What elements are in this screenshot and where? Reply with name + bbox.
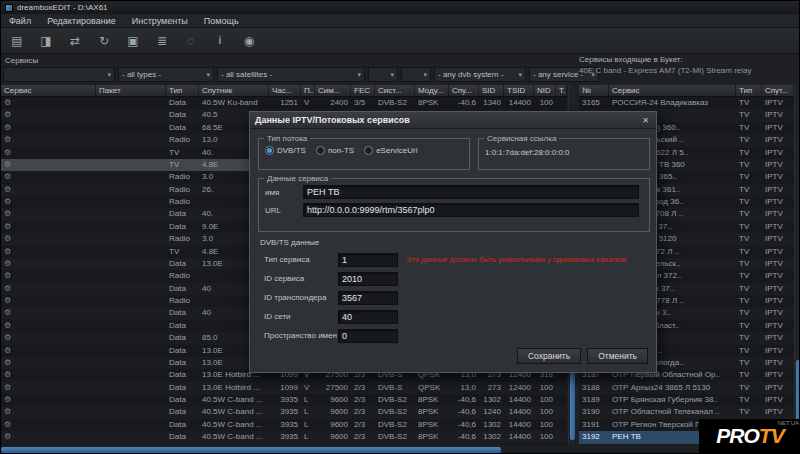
filter-satellites[interactable]: - all satellites -▾ [217, 67, 365, 82]
cell-extra [556, 431, 567, 443]
menu-2[interactable]: Редактирование [39, 15, 124, 27]
namespace-field[interactable] [338, 329, 398, 343]
bouquet-row[interactable]: 3165РОССИЯ-24 ВладикавказTVIPTV [579, 97, 794, 109]
cell-sr: 9600 [315, 431, 351, 443]
cell-pol: L [301, 406, 315, 418]
cell-nid: 100 [534, 406, 556, 418]
cell-fec: 2/3 [351, 394, 375, 406]
column-header[interactable]: FEC [351, 85, 375, 96]
service-row[interactable]: ⚙Data13.0E Hotbird ...1099V275002/3DVB-S… [1, 382, 567, 394]
column-header[interactable]: Пакет [96, 85, 166, 96]
column-header[interactable]: Спут... [762, 85, 794, 96]
cell-sys: IPTV [762, 307, 794, 319]
cell-nid: 100 [534, 431, 556, 443]
service-name-field[interactable] [303, 185, 639, 199]
column-header[interactable]: Т... [556, 85, 567, 96]
column-header[interactable]: SID [479, 85, 504, 96]
cell-type: Data [166, 122, 199, 134]
save-button[interactable]: Сохранить [517, 348, 581, 364]
cell-pkg [96, 134, 166, 146]
power-button[interactable]: ◉ [239, 32, 259, 50]
radio-icon [265, 146, 274, 155]
cell-type: TV [736, 320, 762, 332]
cell-tsid: 14400 [504, 97, 534, 109]
cell-type: Data [166, 109, 199, 121]
copy-button[interactable]: ▣ [123, 32, 143, 50]
cancel-button[interactable]: Отменить [587, 348, 648, 364]
service-type-field[interactable] [338, 253, 398, 267]
service-row[interactable]: ⚙Data40.5W C-band ...3935L96002/3DVB-S28… [1, 406, 567, 418]
column-header[interactable]: № [579, 85, 609, 96]
cell-sys: IPTV [762, 406, 794, 418]
stream-type-group: Тип потока DVB/TSnon-TSeServiceUri [258, 134, 470, 170]
network-id-field[interactable] [338, 310, 398, 324]
filter-types[interactable]: - all types -▾ [118, 67, 214, 82]
open-button[interactable]: ▤ [7, 32, 27, 50]
filter-dvb-system[interactable]: - any dvb system -▾ [434, 67, 526, 82]
cell-tsid: 14400 [504, 406, 534, 418]
settings-button[interactable]: ◌ [181, 32, 201, 50]
cell-freq: 3935 [269, 394, 301, 406]
stream-type-radio-eserviceuri[interactable]: eServiceUri [364, 146, 417, 155]
cell-type: TV [736, 258, 762, 270]
column-header[interactable]: Моду... [415, 85, 449, 96]
service-row[interactable]: ⚙Data40.5W C-band ...3935L96002/3DVB-S28… [1, 419, 567, 431]
cell-type: TV [736, 147, 762, 159]
column-header[interactable]: Сервис [609, 85, 736, 96]
filter-blank[interactable]: ▾ [3, 67, 115, 82]
service-row[interactable]: ⚙Data40.5W C-band ...3935L96002/3DVB-S28… [1, 394, 567, 406]
menu-3[interactable]: Инструменты [124, 15, 196, 27]
cell-type: Radio [166, 233, 199, 245]
cell-pos: -40,6 [449, 431, 479, 443]
menu-4[interactable]: Помощь [196, 15, 247, 27]
column-header[interactable]: Тип [736, 85, 762, 96]
cell-sys: IPTV [762, 246, 794, 258]
filter-small-2[interactable]: ▾ [401, 67, 431, 82]
bouquet-row[interactable]: 3189ОТР Брянская Губерния 38..TVIPTV [579, 394, 794, 406]
list-button[interactable]: ≣ [152, 32, 172, 50]
column-header[interactable]: Сист... [375, 85, 415, 96]
transponder-id-field[interactable] [338, 291, 398, 305]
cell-name: ⚙ [1, 171, 96, 183]
service-url-field[interactable] [303, 203, 639, 217]
column-header[interactable]: TSID [504, 85, 534, 96]
service-gear-icon: ⚙ [4, 284, 11, 293]
cell-pkg [96, 295, 166, 307]
cell-name: ⚙ [1, 382, 96, 394]
service-row[interactable]: ⚙Data40.5W Ku-band1251V24003/5DVB-S28PSK… [1, 97, 567, 109]
filter-small-1[interactable]: ▾ [368, 67, 398, 82]
cell-pkg [96, 394, 166, 406]
save-button[interactable]: ◨ [36, 32, 56, 50]
info-button[interactable]: i [210, 32, 230, 50]
stream-type-radio-non-ts[interactable]: non-TS [316, 146, 354, 155]
column-header[interactable]: П... [301, 85, 315, 96]
service-id-field[interactable] [338, 272, 398, 286]
column-header[interactable]: Сервис [1, 85, 96, 96]
reload-button[interactable]: ↻ [94, 32, 114, 50]
horizontal-scrollbar[interactable] [1, 446, 800, 454]
column-header[interactable]: Час... [269, 85, 301, 96]
stream-type-radio-dvb-ts[interactable]: DVB/TS [265, 146, 306, 155]
service-row[interactable]: ⚙Data40.5W C-band ...3935L96002/3DVB-S28… [1, 431, 567, 443]
column-header[interactable]: Спутник [199, 85, 269, 96]
bouquet-vertical-scrollbar[interactable] [794, 85, 800, 445]
transfer-button[interactable]: ⇄ [65, 32, 85, 50]
column-header[interactable]: Спу... [449, 85, 479, 96]
filter-dvb-system-value: - any dvb system - [438, 70, 503, 79]
dialog-close-button[interactable]: ✕ [640, 116, 651, 125]
column-header[interactable]: NID [534, 85, 556, 96]
column-header[interactable]: Тип [166, 85, 199, 96]
cell-sid: 1302 [479, 431, 504, 443]
bouquet-row[interactable]: 3190ОТР Областной Телеканал ..TVIPTV [579, 406, 794, 418]
cell-name: ⚙ [1, 109, 96, 121]
column-header[interactable]: Сим... [315, 85, 351, 96]
protv-tv-text: TV [759, 424, 784, 448]
service-data-group-label: Данные сервиса [264, 174, 331, 183]
bouquet-row[interactable]: 3188ОТР Архыз24 3865 Л 5130TVIPTV [579, 382, 794, 394]
horizontal-scroll-thumb[interactable] [1, 447, 501, 453]
cell-type: TV [166, 159, 199, 171]
menu-1[interactable]: Файл [1, 15, 39, 27]
service-gear-icon: ⚙ [4, 160, 11, 169]
cell-name: ⚙ [1, 122, 96, 134]
cell-pkg [96, 196, 166, 208]
